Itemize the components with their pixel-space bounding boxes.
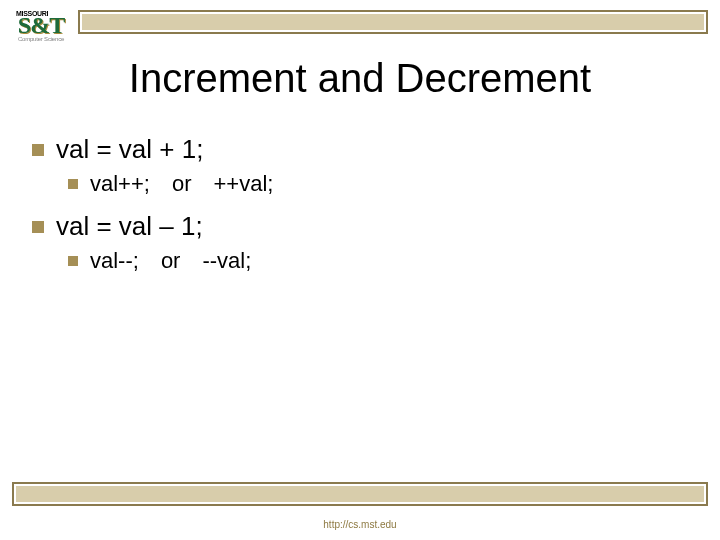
list-item: val--; or --val; [68,248,700,274]
square-bullet-icon [68,256,78,266]
footer-url: http://cs.mst.edu [0,519,720,530]
footer-bar [12,482,708,506]
slide-title: Increment and Decrement [0,56,720,101]
bullet-text: val = val – 1; [56,211,203,242]
bullet-text: val--; or --val; [90,248,251,274]
list-item: val++; or ++val; [68,171,700,197]
list-item: val = val – 1; [32,211,700,242]
logo-main-text: S&T [18,15,64,35]
slide-content: val = val + 1; val++; or ++val; val = va… [32,134,700,288]
bullet-text: val = val + 1; [56,134,203,165]
header-bar [78,10,708,34]
square-bullet-icon [32,221,44,233]
square-bullet-icon [68,179,78,189]
square-bullet-icon [32,144,44,156]
university-logo: MISSOURI S&T Computer Science [10,4,72,48]
list-item: val = val + 1; [32,134,700,165]
bullet-text: val++; or ++val; [90,171,273,197]
